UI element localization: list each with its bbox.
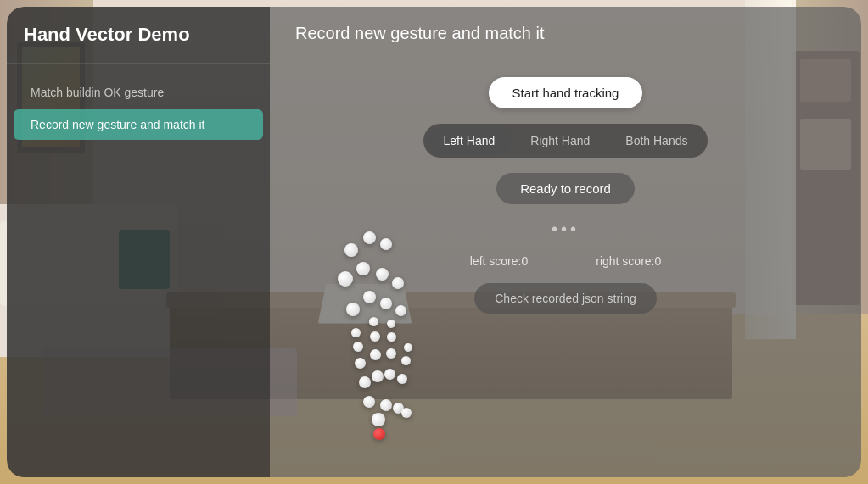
sidebar-item-match-buildin[interactable]: Match buildin OK gesture — [14, 77, 263, 108]
check-json-button[interactable]: Check recorded json string — [474, 283, 657, 314]
hand-dot-4 — [393, 403, 404, 414]
hand-dot-1 — [372, 413, 385, 426]
app-title: Hand Vector Demo — [7, 24, 270, 64]
hand-dot-18 — [397, 374, 407, 384]
hand-dot-15 — [386, 348, 396, 359]
main-content: Record new gesture and match it Start ha… — [270, 7, 861, 477]
hand-dot-11 — [370, 349, 381, 360]
hand-dot-3 — [380, 399, 392, 411]
right-hand-button[interactable]: Right Hand — [513, 127, 607, 154]
hand-selector: Left Hand Right Hand Both Hands — [423, 124, 708, 158]
hand-dot-5 — [401, 408, 412, 418]
hand-dot-6 — [359, 376, 371, 388]
hand-dot-13 — [369, 317, 378, 326]
hand-dot-7 — [355, 358, 366, 369]
hand-dot-14 — [384, 369, 395, 380]
scores-row: left score:0 right score:0 — [470, 254, 662, 268]
hand-dot-17 — [387, 320, 395, 328]
hand-dot-19 — [401, 356, 411, 365]
hand-dot-wrist — [373, 428, 385, 440]
controls-area: Start hand tracking Left Hand Right Hand… — [295, 77, 836, 314]
start-tracking-button[interactable]: Start hand tracking — [489, 77, 643, 108]
right-score: right score:0 — [596, 254, 661, 268]
hand-dot-2 — [363, 396, 375, 408]
sidebar-item-record-gesture[interactable]: Record new gesture and match it — [14, 109, 263, 140]
dots-indicator: ••• — [552, 220, 580, 239]
hand-dot-10 — [372, 370, 384, 382]
app-container: Hand Vector Demo Match buildin OK gestur… — [7, 7, 861, 477]
hand-dot-16 — [387, 332, 396, 342]
ready-to-record-button[interactable]: Ready to record — [496, 173, 635, 204]
hand-dot-12 — [370, 331, 380, 342]
page-title: Record new gesture and match it — [295, 24, 836, 43]
left-hand-button[interactable]: Left Hand — [427, 127, 512, 154]
hand-dot-20 — [404, 343, 412, 352]
left-score: left score:0 — [470, 254, 528, 268]
sidebar: Hand Vector Demo Match buildin OK gestur… — [7, 7, 270, 477]
both-hands-button[interactable]: Both Hands — [608, 127, 704, 154]
hand-dot-8 — [353, 342, 363, 352]
hand-dot-9 — [351, 328, 361, 337]
